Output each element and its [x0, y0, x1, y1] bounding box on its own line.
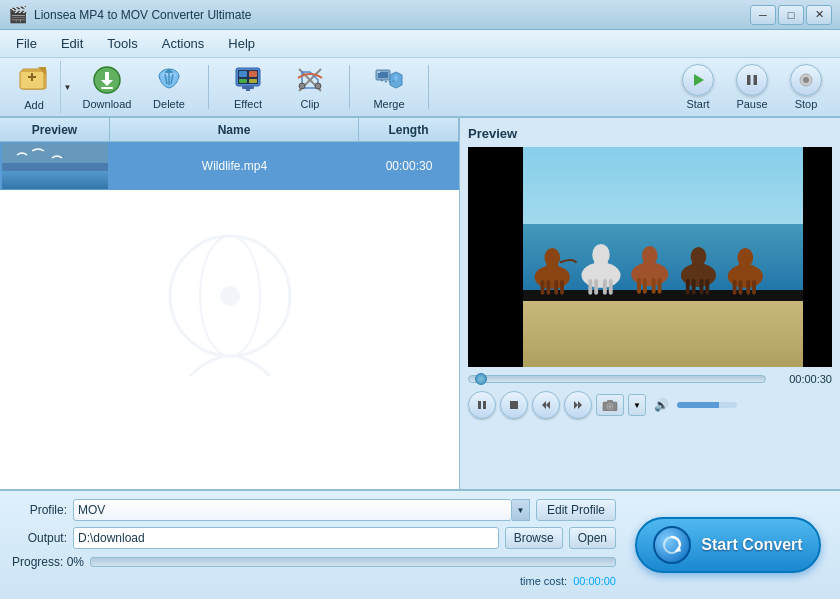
svg-point-83	[609, 405, 612, 408]
close-button[interactable]: ✕	[806, 5, 832, 25]
app-icon: 🎬	[8, 5, 28, 24]
effect-button[interactable]: Effect	[219, 61, 277, 113]
profile-row: Profile: MOV ▼ Edit Profile	[12, 499, 616, 521]
pause-button[interactable]: Pause	[726, 61, 778, 113]
pb-pause-button[interactable]	[468, 391, 496, 419]
pb-stop-button[interactable]	[500, 391, 528, 419]
preview-panel: Preview	[460, 118, 840, 489]
output-path-input[interactable]	[73, 527, 499, 549]
browse-button[interactable]: Browse	[505, 527, 563, 549]
svg-point-55	[642, 246, 658, 265]
clip-button[interactable]: Clip	[281, 61, 339, 113]
effect-label: Effect	[234, 98, 262, 110]
title-bar: 🎬 Lionsea MP4 to MOV Converter Ultimate …	[0, 0, 840, 30]
progress-label: Progress: 0%	[12, 555, 84, 569]
stop-button[interactable]: Stop	[780, 61, 832, 113]
volume-slider[interactable]	[677, 402, 737, 408]
svg-point-36	[220, 286, 240, 306]
svg-rect-51	[603, 279, 607, 295]
time-cost-value: 00:00:00	[573, 575, 616, 587]
menu-tools[interactable]: Tools	[95, 32, 149, 55]
delete-icon	[153, 64, 185, 96]
svg-rect-56	[637, 278, 641, 294]
svg-rect-70	[732, 280, 736, 295]
delete-label: Delete	[153, 98, 185, 110]
video-progress-track[interactable]	[468, 375, 766, 383]
download-icon	[91, 64, 123, 96]
menu-edit[interactable]: Edit	[49, 32, 95, 55]
profile-select[interactable]: MOV	[73, 499, 512, 521]
preview-title: Preview	[468, 126, 832, 141]
svg-rect-16	[239, 71, 247, 77]
merge-button[interactable]: Merge	[360, 61, 418, 113]
volume-group: 🔊	[654, 398, 737, 412]
edit-profile-button[interactable]: Edit Profile	[536, 499, 616, 521]
menu-help[interactable]: Help	[216, 32, 267, 55]
pb-rewind-button[interactable]	[532, 391, 560, 419]
horses-svg	[523, 202, 796, 323]
pause-label: Pause	[736, 98, 767, 110]
start-button[interactable]: Start	[672, 61, 724, 113]
svg-rect-28	[377, 71, 380, 73]
download-label: Download	[83, 98, 132, 110]
start-convert-button[interactable]: Start Convert	[635, 517, 821, 573]
col-length-header: Length	[359, 118, 459, 141]
delete-button[interactable]: Delete	[140, 61, 198, 113]
svg-rect-52	[608, 279, 612, 295]
svg-rect-84	[607, 400, 613, 403]
video-progress-container: 00:00:30	[468, 373, 832, 385]
video-progress-thumb	[475, 373, 487, 385]
video-dropdown-button[interactable]: ▼	[628, 394, 646, 416]
col-preview-header: Preview	[0, 118, 110, 141]
table-row[interactable]: Wildlife.mp4 00:00:30	[0, 142, 459, 190]
stop-icon	[790, 64, 822, 96]
clip-icon	[294, 64, 326, 96]
svg-rect-18	[239, 79, 247, 83]
file-preview-thumb	[0, 142, 110, 190]
time-cost-label: time cost:	[520, 575, 567, 587]
add-dropdown-arrow[interactable]: ▼	[60, 61, 74, 113]
window-title: Lionsea MP4 to MOV Converter Ultimate	[34, 8, 750, 22]
svg-rect-76	[510, 401, 518, 409]
svg-rect-75	[483, 401, 486, 409]
svg-point-41	[544, 248, 560, 268]
svg-marker-79	[574, 401, 578, 409]
download-button[interactable]: Download	[78, 61, 136, 113]
effect-icon	[232, 64, 264, 96]
menu-actions[interactable]: Actions	[150, 32, 217, 55]
toolbar-sep-2	[349, 65, 350, 109]
output-row: Output: Browse Open	[12, 527, 616, 549]
main-content: Preview Name Length	[0, 118, 840, 489]
svg-point-69	[737, 248, 753, 268]
profile-label: Profile:	[12, 503, 67, 517]
video-display	[468, 147, 832, 367]
open-button[interactable]: Open	[569, 527, 616, 549]
add-button-group: Add ▼	[8, 61, 74, 113]
toolbar-sep-1	[208, 65, 209, 109]
svg-rect-59	[657, 278, 661, 294]
svg-marker-29	[694, 74, 704, 86]
svg-point-24	[299, 83, 305, 89]
progress-row: Progress: 0%	[12, 555, 616, 569]
minimize-button[interactable]: ─	[750, 5, 776, 25]
profile-select-arrow[interactable]: ▼	[512, 499, 530, 521]
svg-point-25	[315, 83, 321, 89]
video-timestamp: 00:00:30	[772, 373, 832, 385]
start-label: Start	[686, 98, 709, 110]
time-cost-row: time cost: 00:00:00	[12, 575, 616, 587]
pb-forward-button[interactable]	[564, 391, 592, 419]
pause-icon	[736, 64, 768, 96]
window-controls: ─ □ ✕	[750, 5, 832, 25]
volume-icon: 🔊	[654, 398, 669, 412]
merge-icon	[373, 64, 405, 96]
file-list-panel: Preview Name Length	[0, 118, 460, 489]
svg-rect-30	[747, 75, 751, 85]
file-list-header: Preview Name Length	[0, 118, 459, 142]
svg-point-48	[592, 244, 610, 265]
toolbar: Add ▼ Download D	[0, 58, 840, 118]
menu-file[interactable]: File	[4, 32, 49, 55]
add-button[interactable]: Add	[8, 61, 60, 113]
maximize-button[interactable]: □	[778, 5, 804, 25]
svg-rect-20	[242, 86, 254, 89]
screenshot-button[interactable]	[596, 394, 624, 416]
